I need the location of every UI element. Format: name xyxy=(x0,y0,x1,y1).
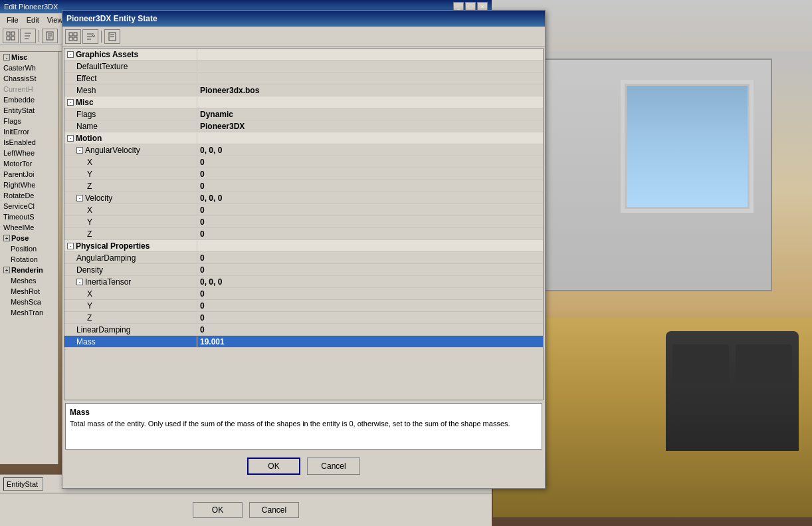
sidebar-item-currenth[interactable]: CurrentH xyxy=(0,84,58,94)
row-flags[interactable]: Flags Dynamic xyxy=(64,108,543,120)
sidebar-item-chassisst[interactable]: ChassisSt xyxy=(0,73,58,84)
row-vel-y[interactable]: Y 0 xyxy=(64,216,543,228)
svg-rect-11 xyxy=(69,33,72,36)
prop-mesh-value: Pioneer3dx.bos xyxy=(197,85,543,96)
row-name[interactable]: Name Pioneer3DX xyxy=(64,120,543,132)
bottom-ok-button[interactable]: OK xyxy=(193,502,243,518)
sidebar-item-meshrot[interactable]: MeshRot xyxy=(0,286,58,297)
row-inertia-z[interactable]: Z 0 xyxy=(64,312,543,324)
row-inertia-x[interactable]: X 0 xyxy=(64,288,543,300)
row-mesh[interactable]: Mesh Pioneer3dx.bos xyxy=(64,84,543,96)
row-density[interactable]: Density 0 xyxy=(64,264,543,276)
sidebar-item-rotatede[interactable]: RotateDe xyxy=(0,190,58,201)
dialog-sort-btn[interactable] xyxy=(82,29,98,44)
sidebar-item-servicecl[interactable]: ServiceCl xyxy=(0,201,58,211)
prop-angvel-z-value: 0 xyxy=(197,181,543,192)
row-vel-x[interactable]: X 0 xyxy=(64,204,543,216)
sidebar-item-entitystat[interactable]: EntityStat xyxy=(0,105,58,116)
row-lineardamping[interactable]: LinearDamping 0 xyxy=(64,324,543,336)
row-angvel-x[interactable]: X 0 xyxy=(64,156,543,168)
row-angulardamping[interactable]: AngularDamping 0 xyxy=(64,252,543,264)
misc-expand-icon[interactable]: - xyxy=(3,54,10,61)
dialog-title: Pioneer3DX Entity State xyxy=(66,14,157,23)
renderin-expand-icon[interactable]: + xyxy=(3,267,10,273)
sidebar-item-flags[interactable]: Flags xyxy=(0,116,58,126)
section-misc[interactable]: - Misc xyxy=(64,96,543,108)
sidebar-item-parentjoi[interactable]: ParentJoi xyxy=(0,169,58,180)
svg-rect-12 xyxy=(74,33,77,36)
sidebar-item-meshsca[interactable]: MeshSca xyxy=(0,297,58,307)
row-inertia-y[interactable]: Y 0 xyxy=(64,300,543,312)
prop-angularvelocity-value: 0, 0, 0 xyxy=(197,145,543,156)
menu-file[interactable]: File xyxy=(3,15,23,25)
app-title: Edit Pioneer3DX xyxy=(4,3,58,11)
page-icon xyxy=(45,31,54,41)
section-motion-expand[interactable]: - Motion xyxy=(64,133,197,144)
sort-icon xyxy=(23,31,33,41)
sidebar-item-timeouts[interactable]: TimeoutS xyxy=(0,211,58,222)
sidebar-section-pose[interactable]: +Pose xyxy=(0,233,58,243)
row-angvel-y[interactable]: Y 0 xyxy=(64,168,543,180)
bottom-cancel-button[interactable]: Cancel xyxy=(249,502,299,518)
dialog-ok-button[interactable]: OK xyxy=(247,458,300,475)
row-angvel-z[interactable]: Z 0 xyxy=(64,180,543,192)
row-angularvelocity[interactable]: -AngularVelocity 0, 0, 0 xyxy=(64,144,543,156)
sidebar-item-meshes[interactable]: Meshes xyxy=(0,275,58,286)
toolbar-sort-btn[interactable] xyxy=(20,29,36,43)
sidebar-item-isenabled[interactable]: IsEnabled xyxy=(0,137,58,148)
prop-defaulttexture-value xyxy=(197,66,543,67)
prop-angularvelocity-name[interactable]: -AngularVelocity xyxy=(64,145,197,156)
section-graphics-expand[interactable]: - Graphics Assets xyxy=(64,49,197,60)
row-inertiatensor[interactable]: -InertiaTensor 0, 0, 0 xyxy=(64,276,543,288)
sidebar-item-embedde[interactable]: Embedde xyxy=(0,94,58,105)
row-mass[interactable]: Mass 19.001 xyxy=(64,336,543,348)
pose-expand-icon[interactable]: + xyxy=(3,235,10,241)
section-motion[interactable]: - Motion xyxy=(64,132,543,144)
prop-angulardamping-name: AngularDamping xyxy=(64,253,197,263)
sidebar-item-motortor[interactable]: MotorTor xyxy=(0,158,58,169)
sidebar-item-initerror[interactable]: InitError xyxy=(0,126,58,137)
physical-label: Physical Properties xyxy=(76,241,150,251)
sidebar-item-casterwh[interactable]: CasterWh xyxy=(0,63,58,73)
angularvelocity-expand-icon[interactable]: - xyxy=(76,147,83,154)
dialog-sort-icon xyxy=(86,32,95,41)
section-graphics-assets[interactable]: - Graphics Assets xyxy=(64,49,543,61)
misc-expand-icon2[interactable]: - xyxy=(67,99,74,106)
misc-value xyxy=(197,102,543,103)
prop-inertia-x-name: X xyxy=(64,289,197,299)
physical-expand-icon[interactable]: - xyxy=(67,243,74,249)
velocity-expand-icon[interactable]: - xyxy=(76,195,83,201)
graphics-expand-icon[interactable]: - xyxy=(67,51,74,58)
dialog-toolbar-separator xyxy=(101,31,102,43)
dialog-cancel-button[interactable]: Cancel xyxy=(307,458,360,475)
sidebar-section-renderin[interactable]: +Renderin xyxy=(0,265,58,275)
prop-angvel-x-value: 0 xyxy=(197,157,543,168)
sidebar-item-rightwhe[interactable]: RightWhe xyxy=(0,180,58,190)
toolbar-grid-btn[interactable] xyxy=(3,29,19,43)
sidebar-item-leftwhee[interactable]: LeftWhee xyxy=(0,148,58,158)
property-grid-container[interactable]: - Graphics Assets DefaultTexture Effect … xyxy=(64,48,544,400)
svg-rect-1 xyxy=(11,32,15,35)
toolbar-page-btn[interactable] xyxy=(42,29,58,43)
prop-flags-name: Flags xyxy=(64,109,197,120)
row-vel-z[interactable]: Z 0 xyxy=(64,228,543,240)
motion-expand-icon[interactable]: - xyxy=(67,135,74,142)
sidebar-item-meshtran[interactable]: MeshTran xyxy=(0,307,58,318)
sidebar-item-rotation[interactable]: Rotation xyxy=(0,254,58,265)
dialog-page-btn[interactable] xyxy=(104,29,120,44)
prop-inertiatensor-name[interactable]: -InertiaTensor xyxy=(64,277,197,287)
graphics-assets-value xyxy=(197,54,543,55)
section-physical-expand[interactable]: - Physical Properties xyxy=(64,241,197,251)
prop-velocity-name[interactable]: -Velocity xyxy=(64,193,197,203)
row-defaulttexture[interactable]: DefaultTexture xyxy=(64,61,543,72)
dialog-grid-btn[interactable] xyxy=(65,29,81,44)
row-effect[interactable]: Effect xyxy=(64,72,543,84)
section-misc-expand[interactable]: - Misc xyxy=(64,97,197,108)
section-physical[interactable]: - Physical Properties xyxy=(64,240,543,252)
row-velocity[interactable]: -Velocity 0, 0, 0 xyxy=(64,192,543,204)
menu-edit[interactable]: Edit xyxy=(23,15,43,25)
sidebar-item-wheelme[interactable]: WheelMe xyxy=(0,222,58,233)
sidebar-section-misc[interactable]: - Misc xyxy=(0,52,58,63)
sidebar-item-position[interactable]: Position xyxy=(0,243,58,254)
inertiatensor-expand-icon[interactable]: - xyxy=(76,279,83,285)
